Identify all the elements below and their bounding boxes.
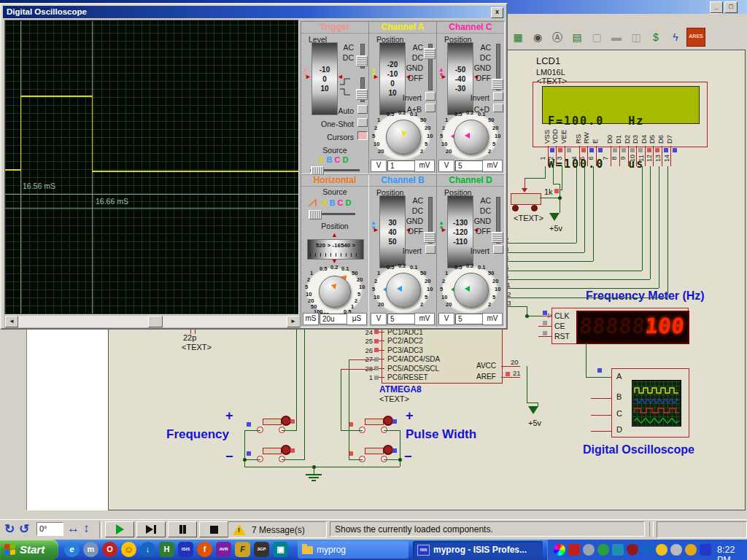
antivirus-icon[interactable] (597, 544, 609, 556)
device-icon[interactable] (568, 544, 580, 556)
ares-netlist-icon[interactable]: ARES (686, 28, 705, 47)
position-scale[interactable]: -50 -40 -30 (447, 42, 473, 115)
invert-button[interactable] (425, 92, 436, 101)
invert-button[interactable] (425, 245, 436, 254)
rotation-angle-input[interactable]: 0° (36, 522, 63, 536)
design-explorer-icon[interactable]: ▤ (568, 28, 586, 46)
start-button[interactable]: Start (0, 540, 58, 560)
taskbar-button-myprog[interactable]: myprog (298, 541, 409, 559)
play-button[interactable] (105, 521, 134, 537)
remote-desktop-icon[interactable] (700, 544, 711, 556)
message-indicator[interactable]: ! 7 Message(s) (228, 521, 327, 538)
new-sheet-icon[interactable]: ▢ (588, 28, 605, 46)
gain-knob[interactable]: 10.50.20.150201052251020 (440, 265, 500, 314)
stop-button[interactable] (199, 521, 228, 537)
invert-button[interactable] (493, 92, 503, 101)
cd-icon[interactable] (670, 544, 682, 556)
maxthon-icon[interactable]: m (83, 542, 98, 557)
flip-horizontal-icon[interactable]: ↔ (67, 521, 80, 536)
knob-handle[interactable] (386, 273, 421, 308)
property-assignment-icon[interactable]: Ⓐ (549, 28, 566, 46)
utility-icon[interactable]: H (159, 542, 174, 557)
smiley-tray-icon[interactable] (656, 544, 667, 556)
wireless-icon[interactable] (685, 544, 697, 556)
gain-value[interactable]: 5 (387, 314, 417, 324)
pw-plus-label: + (406, 408, 414, 424)
push-button[interactable] (257, 417, 289, 435)
invert-button[interactable] (493, 245, 503, 254)
goto-sheet-icon[interactable]: ◫ (627, 28, 645, 46)
coupling-thumb[interactable] (492, 79, 503, 90)
smiley-app-icon[interactable]: ☺ (121, 542, 136, 557)
pot-terminal (512, 205, 519, 211)
coupling-thumb[interactable] (492, 232, 503, 243)
rotate-cw-icon[interactable]: ↻ (4, 521, 15, 537)
taskbar-button-isis[interactable]: ISIS myprog - ISIS Profes... (413, 541, 543, 559)
contrast-pot[interactable] (511, 193, 541, 205)
messenger-offline-icon[interactable] (583, 544, 595, 556)
push-button[interactable] (359, 446, 391, 464)
knob-handle[interactable] (386, 120, 421, 155)
3gp-icon[interactable]: 3GP (254, 542, 269, 557)
download-icon[interactable]: ↓ (140, 542, 155, 557)
one-shot-button[interactable] (357, 118, 368, 127)
avr-icon[interactable]: AVR (216, 542, 231, 557)
close-icon[interactable]: x (491, 7, 503, 18)
push-button[interactable] (359, 417, 391, 435)
pause-button[interactable] (168, 521, 197, 537)
gain-value[interactable]: 1 (387, 160, 417, 171)
gain-knob[interactable]: 10.50.20.150201052251020 (372, 112, 432, 160)
bill-of-materials-icon[interactable]: $ (647, 28, 665, 46)
sum-button[interactable] (493, 104, 503, 112)
hsource-thumb[interactable] (309, 210, 322, 219)
coupling-labels: AC DC GND OFF (471, 42, 491, 83)
panel-title: Channel C (437, 22, 504, 34)
flash-icon[interactable]: F (235, 542, 250, 557)
network-icon[interactable] (612, 544, 624, 556)
oscilloscope-titlebar[interactable]: Digital Oscilloscope (3, 6, 506, 18)
security-shield-icon[interactable] (627, 544, 638, 556)
knob-handle[interactable] (454, 273, 489, 308)
pw-minus-label: − (404, 449, 412, 464)
search-tag-icon[interactable]: ◉ (529, 28, 546, 46)
coupling-thumb[interactable] (424, 232, 436, 243)
horizontal-position-window[interactable]: 520 > -16540 > (307, 239, 364, 260)
position-scale[interactable]: -20 -10 0 10 (379, 42, 406, 115)
gain-knob[interactable]: 10.50.20.150201052251020 (440, 112, 500, 160)
timebase-value[interactable]: 20u (320, 314, 349, 324)
scope-display: 16.56 mS 16.66 mS (4, 20, 299, 315)
panel-title: Channel D (437, 175, 504, 187)
updates-icon[interactable] (641, 544, 653, 556)
minimize-button[interactable]: _ (710, 1, 723, 13)
knob-handle[interactable] (454, 120, 489, 155)
electrical-rule-check-icon[interactable]: ϟ (667, 28, 684, 46)
sum-button[interactable] (425, 104, 436, 112)
display-settings-icon[interactable] (554, 544, 565, 556)
scope-scrollbar[interactable]: ◄ ► (4, 315, 301, 328)
auto-button[interactable] (357, 105, 368, 114)
isis-icon[interactable]: ISIS (178, 542, 193, 557)
ie-icon[interactable]: e (64, 542, 80, 557)
wire-autorouter-icon[interactable]: ▦ (509, 28, 527, 46)
push-button[interactable] (257, 446, 289, 464)
step-button[interactable] (136, 521, 166, 537)
position-scale[interactable]: -130 -120 -110 (447, 195, 473, 268)
rotate-ccw-icon[interactable]: ↺ (19, 521, 29, 537)
coupling-thumb[interactable] (424, 48, 436, 59)
cursors-button[interactable] (357, 131, 368, 140)
remove-sheet-icon[interactable]: ▬ (608, 28, 625, 46)
opera-icon[interactable]: O (102, 542, 117, 557)
gain-knob[interactable]: 10.50.20.150201052251020 (372, 265, 432, 314)
restore-button[interactable]: □ (724, 1, 738, 13)
flip-vertical-icon[interactable]: ↕ (83, 521, 90, 536)
viewer-icon[interactable]: ▣ (273, 542, 288, 557)
firefox-icon[interactable]: f (197, 542, 212, 557)
position-scale[interactable]: 30 40 50 (379, 195, 406, 268)
gain-value[interactable]: 5 (455, 160, 485, 171)
edge-thumb[interactable] (356, 89, 368, 100)
coupling-labels: AC DC GND OFF (471, 195, 491, 236)
trigger-level-scale[interactable]: -10 0 10 (311, 42, 338, 115)
gain-value[interactable]: 5 (455, 314, 485, 324)
ac-dc-thumb[interactable] (356, 55, 368, 66)
unit-right: mV (482, 313, 503, 325)
